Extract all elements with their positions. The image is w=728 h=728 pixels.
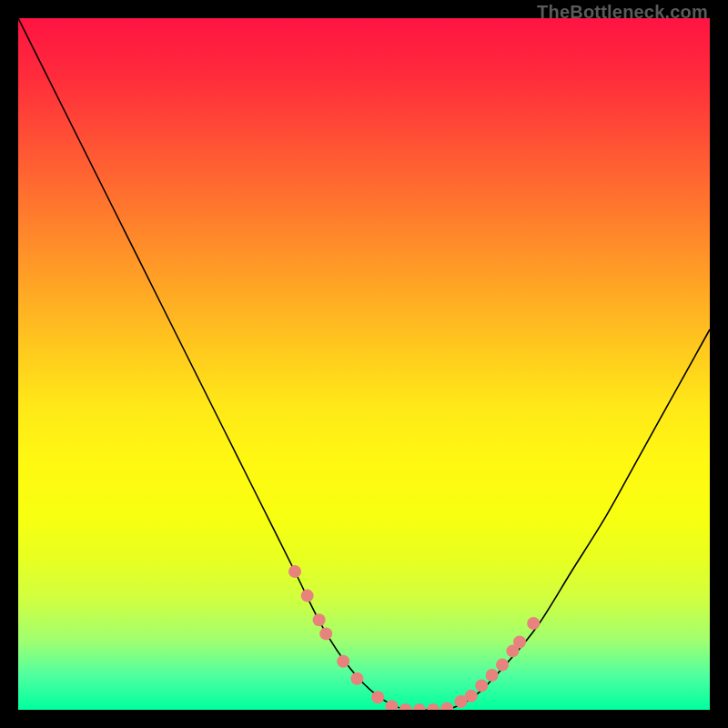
- marker-dot: [465, 690, 478, 703]
- marker-dot: [313, 613, 326, 626]
- marker-dot: [440, 702, 453, 710]
- marker-dot: [486, 669, 499, 682]
- marker-dots: [288, 565, 540, 710]
- marker-dot: [527, 617, 540, 630]
- bottleneck-curve: [18, 18, 710, 710]
- marker-dot: [475, 679, 488, 692]
- marker-dot: [371, 691, 384, 703]
- marker-dot: [496, 659, 509, 672]
- watermark-text: TheBottleneck.com: [537, 2, 708, 23]
- marker-dot: [319, 627, 332, 640]
- marker-dot: [288, 565, 301, 578]
- marker-dot: [301, 590, 314, 602]
- marker-dot: [350, 672, 363, 685]
- chart-container: TheBottleneck.com: [0, 0, 728, 728]
- marker-dot: [513, 636, 526, 649]
- chart-svg: [18, 18, 710, 710]
- marker-dot: [413, 703, 426, 710]
- marker-dot: [399, 703, 412, 710]
- plot-area: [18, 18, 710, 710]
- marker-dot: [337, 655, 349, 668]
- marker-dot: [427, 703, 440, 710]
